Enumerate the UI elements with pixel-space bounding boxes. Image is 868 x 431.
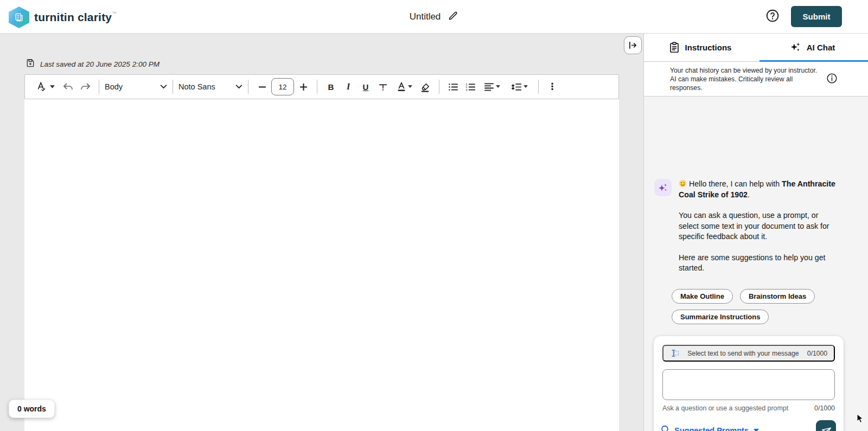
bold-button[interactable]: B [323,78,339,96]
text-color-button[interactable] [392,78,416,96]
align-button[interactable] [480,78,505,96]
smiley-emoji [679,179,687,188]
word-count-badge: 0 words [9,400,55,418]
highlighter-icon [420,82,431,92]
mouse-cursor [856,414,864,426]
toolbar-divider [538,80,539,94]
paragraph-style-dropdown[interactable]: Body [105,82,167,91]
suggestion-make-outline[interactable]: Make Outline [672,289,733,304]
collapse-panel-button[interactable] [624,36,642,54]
font-size-decrease-button[interactable] [254,78,270,96]
brand-text: turnitin clarity [34,11,112,23]
align-left-icon [484,82,494,92]
composer-counter: 0/1000 [814,404,835,412]
greeting-suffix: . [748,190,750,199]
ai-message-text: Hello there, I can help with The Anthrac… [679,179,840,274]
line-spacing-icon [511,82,522,92]
last-saved-text: Last saved at 20 June 2025 2:00 PM [40,60,159,68]
chevron-down-icon [754,429,759,431]
tab-ai-chat[interactable]: AI Chat [756,34,868,61]
last-saved-status: Last saved at 20 June 2025 2:00 PM [26,59,159,69]
italic-button[interactable]: I [340,78,356,96]
italic-icon: I [347,82,350,92]
greeting-prefix: Hello there, I can help with [687,179,782,188]
bullet-list-button[interactable] [445,78,461,96]
ai-message: Hello there, I can help with The Anthrac… [654,179,840,274]
numbered-list-button[interactable]: 1 2 3 [462,78,478,96]
numbered-list-icon: 1 2 3 [465,82,476,92]
sparkles-icon [790,42,801,53]
help-icon [765,16,780,24]
ai-sparkles-icon [658,182,668,193]
collapse-arrow-icon [628,41,637,49]
line-spacing-button[interactable] [506,78,533,96]
underline-button[interactable]: U [358,78,374,96]
chat-area: Hello there, I can help with The Anthrac… [644,97,868,431]
font-family-dropdown[interactable]: Noto Sans [178,82,242,91]
toolbar-divider [248,80,248,94]
text-select-icon [670,349,679,357]
message-composer: Select text to send with your message 0/… [654,336,844,431]
text-color-icon [397,82,406,92]
assistant-panel: Instructions AI Chat Your chat history c… [643,34,868,431]
document-title-area: Untitled [0,0,868,34]
composer-hint-row: Ask a question or use a suggested prompt… [662,404,835,412]
brand-trademark: ™ [112,11,116,16]
underline-icon: U [363,82,369,92]
font-family-value: Noto Sans [178,82,215,91]
toolbar-divider [173,80,173,94]
chat-disclaimer-text: Your chat history can be viewed by your … [670,66,820,92]
highlight-button[interactable] [417,78,433,96]
rename-document-button[interactable] [448,11,458,23]
chevron-down-icon [235,85,242,89]
kebab-menu-icon: ⋮ [548,84,557,89]
toolbar-divider [317,80,317,94]
chat-message-input[interactable] [662,369,835,400]
chat-paragraph-2: You can ask a question, use a prompt, or… [679,210,840,242]
chevron-down-icon [160,85,167,89]
bullet-list-icon [448,82,458,92]
suggestion-summarize-instructions[interactable]: Summarize Instructions [672,310,769,324]
disclaimer-line-1: Your chat history can be viewed by your … [670,66,820,75]
suggested-prompts-label: Suggested Prompts [674,426,749,431]
info-icon [826,73,838,84]
select-text-chip[interactable]: Select text to send with your message 0/… [662,345,835,362]
editor-toolbar: Body Noto Sans B I U [24,74,619,99]
chevron-down-icon [524,85,528,88]
tab-instructions-label: Instructions [685,43,732,52]
font-size-increase-button[interactable] [295,78,311,96]
help-button[interactable] [765,9,780,24]
info-button[interactable] [826,73,838,86]
suggestion-brainstorm-ideas[interactable]: Brainstorm Ideas [740,289,815,304]
more-options-button[interactable]: ⋮ [544,78,560,96]
submit-button[interactable]: Submit [791,6,842,27]
ai-avatar [654,179,672,196]
strikethrough-icon [378,82,388,92]
panel-tabs: Instructions AI Chat [644,34,868,62]
chevron-down-icon [50,85,55,89]
tab-ai-chat-label: AI Chat [807,43,835,52]
undo-button[interactable] [60,78,76,96]
chat-paragraph-3: Here are some suggestions to help you ge… [679,253,840,274]
document-title[interactable]: Untitled [410,11,441,22]
send-message-button[interactable] [816,420,836,431]
paragraph-style-value: Body [105,82,123,91]
clipboard-icon [669,42,680,53]
text-style-check-button[interactable] [33,78,59,96]
disclaimer-line-2: AI can make mistakes. Critically review … [670,75,820,92]
brand-logo: turnitin clarity™ [9,7,116,28]
toolbar-divider [439,80,439,94]
editor-workspace: Last saved at 20 June 2025 2:00 PM [0,34,643,431]
turnitin-clarity-app: turnitin clarity™ Untitled [0,0,868,431]
document-page[interactable] [24,99,619,431]
composer-hint: Ask a question or use a suggested prompt [662,404,788,412]
select-text-counter: 0/1000 [807,350,827,357]
redo-button[interactable] [77,78,93,96]
font-size-input[interactable] [271,78,294,95]
strikethrough-button[interactable] [375,78,391,96]
send-icon [821,425,832,431]
tab-instructions[interactable]: Instructions [644,34,756,61]
top-header: turnitin clarity™ Untitled [0,0,868,34]
chat-disclaimer: Your chat history can be viewed by your … [644,62,868,97]
suggested-prompts-dropdown[interactable]: Suggested Prompts [660,421,759,431]
